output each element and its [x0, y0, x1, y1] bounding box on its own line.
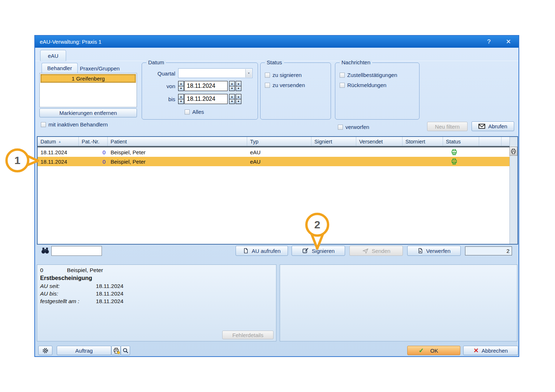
col-storniert[interactable]: Storniert — [403, 137, 443, 146]
cell-patnr: 0 — [79, 149, 108, 155]
col-datum[interactable]: Datum ▲ — [38, 137, 79, 146]
rueckmeldungen-checkbox[interactable] — [340, 83, 345, 88]
col-patient[interactable]: Patient — [108, 137, 247, 146]
mit-inaktiven-behandlern-label: mit inaktiven Behandlern — [48, 121, 108, 128]
von-label: von — [145, 83, 175, 89]
zu-versenden-label: zu versenden — [272, 82, 305, 88]
tab-behandler[interactable]: Behandler — [42, 63, 78, 73]
cell-patnr: 0 — [79, 159, 108, 165]
neu-filtern-button[interactable]: Neu filtern — [427, 122, 468, 131]
cell-typ: eAU — [247, 159, 311, 165]
abbrechen-button[interactable]: ✕ Abbrechen — [463, 346, 518, 355]
table-row[interactable]: 18.11.2024 0 Beispiel, Peter eAU — [38, 147, 517, 157]
list-item-greifenberg[interactable]: 1 Greifenberg — [40, 74, 136, 83]
senden-button[interactable]: Senden — [349, 246, 403, 256]
gear-icon — [42, 347, 49, 354]
von-date-field[interactable]: 18.11.2024 — [184, 81, 228, 91]
markierungen-entfernen-button[interactable]: Markierungen entfernen — [39, 108, 137, 117]
spin-up-icon[interactable]: ▲ — [178, 94, 184, 99]
check-icon: ✓ — [419, 347, 424, 354]
zu-signieren-checkbox[interactable] — [265, 73, 270, 78]
col-typ[interactable]: Typ — [247, 137, 311, 146]
spin-down-icon[interactable]: ▼ — [236, 99, 241, 104]
au-bis-value: 18.11.2024 — [96, 290, 123, 297]
col-status[interactable]: Status — [443, 137, 479, 146]
mit-inaktiven-behandlern-checkbox[interactable] — [41, 122, 46, 127]
print-button[interactable] — [111, 346, 121, 355]
spin-down-icon[interactable]: ▼ — [229, 99, 235, 104]
von-month-spinner[interactable]: ▲▼ — [236, 81, 241, 91]
chevron-down-icon[interactable]: ▼ — [245, 69, 252, 77]
spin-down-icon[interactable]: ▼ — [178, 99, 184, 104]
spin-down-icon[interactable]: ▼ — [229, 86, 235, 91]
table-row-selected[interactable]: 18.11.2024 0 Beispiel, Peter eAU — [38, 157, 517, 166]
cell-patient: Beispiel, Peter — [108, 149, 247, 155]
bis-month-spinner[interactable]: ▲▼ — [236, 94, 241, 104]
tab-eau[interactable]: eAU — [40, 50, 66, 61]
quartal-dropdown[interactable]: ▼ — [178, 68, 253, 78]
envelope-icon — [478, 124, 485, 129]
spin-up-icon[interactable]: ▲ — [229, 81, 235, 86]
cell-patient: Beispiel, Peter — [108, 159, 247, 165]
help-icon[interactable]: ? — [482, 36, 496, 48]
zu-signieren-row[interactable]: zu signieren — [265, 72, 302, 78]
spin-down-icon[interactable]: ▼ — [178, 86, 184, 91]
table-header: Datum ▲ Pat.-Nr. Patient Typ Signiert Ve… — [38, 137, 517, 146]
detail-patient: Beispiel, Peter — [67, 267, 103, 273]
von-day-spinner[interactable]: ▲▼ — [229, 81, 235, 91]
bis-date-field[interactable]: 18.11.2024 — [184, 94, 228, 104]
sort-asc-icon: ▲ — [58, 140, 61, 143]
spin-down-icon[interactable]: ▼ — [236, 86, 241, 91]
search-input[interactable] — [51, 246, 102, 256]
au-seit-value: 18.11.2024 — [96, 283, 123, 289]
abrufen-button[interactable]: Abrufen — [472, 121, 514, 131]
callout-1: 1 — [3, 146, 40, 175]
document-icon — [243, 247, 249, 254]
zustellbestaetigungen-checkbox[interactable] — [340, 73, 345, 78]
au-bis-label: AU bis: — [40, 290, 94, 297]
col-versendet[interactable]: Versendet — [356, 137, 403, 146]
datum-group: Datum Quartal ▼ von ▲▼ 18.11.2024 ▲▼ ▲▼ … — [142, 63, 258, 120]
behandler-list[interactable]: 1 Greifenberg — [39, 73, 137, 107]
abrufen-label: Abrufen — [488, 123, 507, 129]
col-signiert[interactable]: Signiert — [311, 137, 356, 146]
verwerfen-label: Verwerfen — [426, 248, 451, 254]
record-count-field: 2 — [465, 246, 512, 255]
spin-up-icon[interactable]: ▲ — [236, 94, 241, 99]
detail-patnr: 0 — [40, 267, 65, 273]
magnifier-icon — [122, 348, 129, 354]
bis-spinner[interactable]: ▲▼ — [178, 94, 184, 104]
auftrag-button[interactable]: Auftrag — [57, 346, 111, 355]
quartal-label: Quartal — [145, 70, 175, 77]
settings-button[interactable] — [38, 346, 52, 355]
tab-praxen-gruppen[interactable]: Praxen/Gruppen — [80, 64, 134, 73]
verworfen-label: verworfen — [345, 124, 369, 130]
spin-up-icon[interactable]: ▲ — [178, 81, 184, 86]
zustellbestaetigungen-label: Zustellbestätigungen — [347, 72, 397, 78]
verworfen-checkbox[interactable] — [338, 125, 343, 130]
verworfen-row[interactable]: verworfen — [338, 124, 369, 130]
col-patnr[interactable]: Pat.-Nr. — [79, 137, 108, 146]
cell-datum: 18.11.2024 — [38, 159, 79, 165]
alles-row[interactable]: Alles — [185, 109, 204, 115]
rueckmeldungen-row[interactable]: Rückmeldungen — [340, 82, 386, 88]
verwerfen-button[interactable]: Verwerfen — [407, 246, 461, 256]
fehlerdetails-button[interactable]: Fehlerdetails — [222, 331, 274, 339]
spin-up-icon[interactable]: ▲ — [229, 94, 235, 99]
zustellbestaetigungen-row[interactable]: Zustellbestätigungen — [340, 72, 397, 78]
magnifier-button[interactable] — [121, 346, 130, 355]
zu-versenden-row[interactable]: zu versenden — [265, 82, 305, 88]
au-aufrufen-button[interactable]: AU aufrufen — [236, 246, 288, 256]
spin-up-icon[interactable]: ▲ — [236, 81, 241, 86]
von-spinner[interactable]: ▲▼ — [178, 81, 184, 91]
bis-day-spinner[interactable]: ▲▼ — [229, 94, 235, 104]
zu-versenden-checkbox[interactable] — [265, 83, 270, 88]
zu-signieren-label: zu signieren — [272, 72, 302, 78]
cell-datum: 18.11.2024 — [38, 149, 79, 155]
nachrichten-legend: Nachrichten — [340, 59, 372, 65]
close-icon[interactable]: ✕ — [501, 36, 516, 48]
print-list-button[interactable] — [509, 147, 517, 156]
mit-inaktiven-behandlern-row[interactable]: mit inaktiven Behandlern — [41, 121, 108, 128]
alles-checkbox[interactable] — [185, 109, 190, 115]
ok-button[interactable]: ✓ OK — [407, 346, 460, 355]
